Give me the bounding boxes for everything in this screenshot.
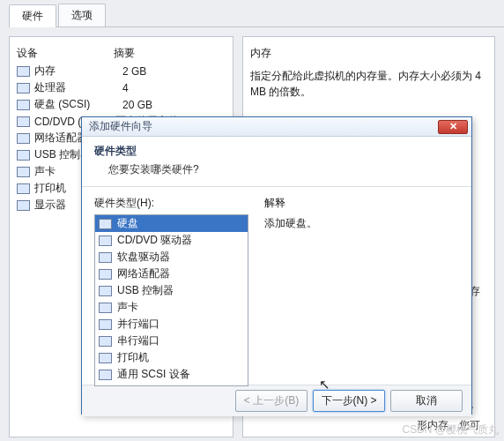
desc-text: 添加硬盘。 [264, 216, 459, 231]
hw-label: 可信平台模块 [117, 384, 181, 386]
device-summary: 20 GB [122, 99, 226, 111]
hw-icon [99, 252, 112, 263]
hw-label: 串行端口 [117, 333, 159, 348]
back-button: < 上一步(B) [235, 390, 308, 412]
device-icon [17, 167, 30, 177]
hw-icon [99, 286, 112, 296]
device-icon [17, 200, 30, 211]
hw-type-item[interactable]: 打印机 [95, 349, 248, 366]
device-icon [17, 83, 30, 93]
device-icon [17, 133, 30, 144]
memory-title: 内存 [250, 44, 487, 66]
hw-type-label: 硬件类型(H): [94, 196, 248, 211]
hw-type-item[interactable]: 硬盘 [95, 215, 248, 232]
memory-desc: 指定分配给此虚拟机的内存量。内存大小必须为 4 MB 的倍数。 [250, 66, 487, 108]
device-summary: 2 GB [122, 65, 226, 78]
hw-label: 声卡 [117, 300, 138, 315]
hw-label: 网络适配器 [117, 266, 170, 281]
hw-label: 硬盘 [117, 216, 138, 231]
hw-icon [99, 235, 112, 246]
hw-label: 软盘驱动器 [117, 250, 170, 265]
hw-type-item[interactable]: USB 控制器 [95, 282, 248, 299]
hw-type-item[interactable]: 声卡 [95, 299, 248, 316]
next-button[interactable]: 下一步(N) > [313, 390, 385, 412]
hw-label: 并行端口 [117, 317, 159, 332]
device-name: 内存 [34, 64, 118, 78]
device-name: 硬盘 (SCSI) [34, 97, 118, 112]
device-row[interactable]: 硬盘 (SCSI)20 GB [17, 96, 226, 113]
hw-icon [99, 219, 112, 229]
device-icon [17, 150, 30, 161]
hw-icon [99, 386, 112, 387]
desc-label: 解释 [264, 196, 459, 211]
wizard-subheading: 您要安装哪类硬件? [108, 162, 459, 177]
device-icon [17, 66, 30, 77]
add-hardware-wizard: 添加硬件向导 ✕ 硬件类型 您要安装哪类硬件? 硬件类型(H): 硬盘CD/DV… [81, 116, 472, 415]
hw-type-item[interactable]: 串行端口 [95, 333, 248, 349]
close-icon[interactable]: ✕ [438, 120, 468, 134]
device-icon [17, 100, 30, 110]
hw-type-item[interactable]: 可信平台模块 [95, 383, 248, 386]
hw-type-list[interactable]: 硬盘CD/DVD 驱动器软盘驱动器网络适配器USB 控制器声卡并行端口串行端口打… [94, 214, 248, 386]
hw-label: USB 控制器 [117, 283, 174, 298]
hw-label: 打印机 [117, 350, 149, 365]
hw-label: CD/DVD 驱动器 [117, 233, 192, 248]
hw-type-item[interactable]: 网络适配器 [95, 265, 248, 282]
hw-icon [99, 303, 112, 313]
hw-icon [99, 370, 112, 380]
device-row[interactable]: 处理器4 [17, 79, 226, 96]
titlebar[interactable]: 添加硬件向导 ✕ [82, 117, 471, 137]
device-icon [17, 183, 30, 194]
hw-icon [99, 353, 112, 363]
hw-icon [99, 269, 112, 280]
hw-icon [99, 319, 112, 330]
col-summary: 摘要 [114, 46, 226, 61]
cancel-button[interactable]: 取消 [390, 390, 463, 412]
hw-label: 通用 SCSI 设备 [117, 367, 190, 382]
device-name: 处理器 [34, 80, 118, 95]
col-device: 设备 [17, 46, 114, 61]
tab-hardware[interactable]: 硬件 [9, 4, 56, 27]
hw-type-item[interactable]: CD/DVD 驱动器 [95, 232, 248, 249]
hw-type-item[interactable]: 软盘驱动器 [95, 249, 248, 265]
tab-options[interactable]: 选项 [58, 4, 106, 26]
watermark: CSDN @樱桃气质丸 [402, 422, 499, 437]
device-summary: 4 [122, 82, 226, 94]
hw-type-item[interactable]: 并行端口 [95, 316, 248, 333]
device-icon [17, 116, 30, 127]
wizard-heading: 硬件类型 [94, 144, 459, 159]
device-row[interactable]: 内存2 GB [17, 63, 226, 79]
hw-type-item[interactable]: 通用 SCSI 设备 [95, 366, 248, 383]
hw-icon [99, 336, 112, 347]
tab-bar: 硬件 选项 [9, 0, 504, 27]
dialog-title: 添加硬件向导 [89, 119, 438, 134]
